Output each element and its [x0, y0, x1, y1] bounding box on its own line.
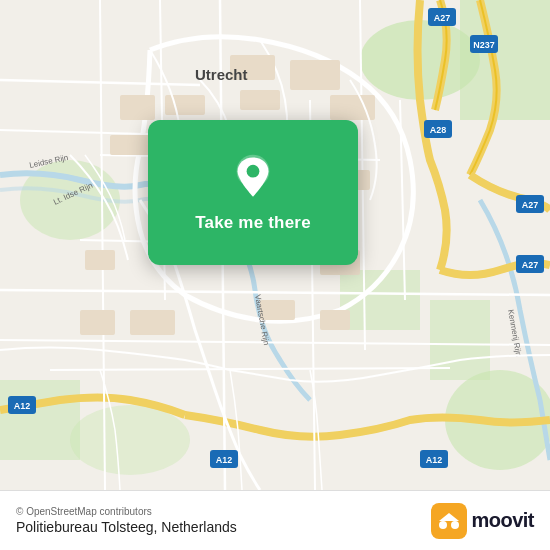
svg-text:Utrecht: Utrecht: [195, 66, 248, 83]
svg-text:A27: A27: [434, 13, 451, 23]
svg-rect-36: [320, 310, 350, 330]
svg-rect-34: [130, 310, 175, 335]
moovit-brand-text: moovit: [471, 509, 534, 532]
bottom-bar: © OpenStreetMap contributors Politiebure…: [0, 490, 550, 550]
svg-point-61: [247, 164, 260, 177]
svg-rect-2: [460, 0, 550, 120]
svg-rect-22: [120, 95, 155, 120]
moovit-icon: [431, 503, 467, 539]
svg-text:A12: A12: [426, 455, 443, 465]
svg-rect-7: [0, 380, 80, 460]
svg-text:A12: A12: [216, 455, 233, 465]
svg-text:A27: A27: [522, 200, 539, 210]
take-me-there-card[interactable]: Take me there: [148, 120, 358, 265]
osm-credit: © OpenStreetMap contributors: [16, 506, 237, 517]
svg-rect-26: [110, 135, 150, 155]
bottom-left-info: © OpenStreetMap contributors Politiebure…: [16, 506, 237, 535]
svg-text:A28: A28: [430, 125, 447, 135]
svg-rect-28: [240, 90, 280, 110]
svg-text:N237: N237: [473, 40, 495, 50]
svg-rect-25: [290, 60, 340, 90]
svg-rect-35: [80, 310, 115, 335]
map-container: A27 N237 A28 A27 A27 A12 A12 A12 Utrecht…: [0, 0, 550, 490]
svg-text:A27: A27: [522, 260, 539, 270]
location-pin-icon: [228, 153, 278, 203]
svg-rect-23: [165, 95, 205, 115]
svg-text:A12: A12: [14, 401, 31, 411]
svg-point-64: [451, 521, 459, 529]
svg-point-63: [439, 521, 447, 529]
take-me-there-label: Take me there: [195, 213, 311, 233]
location-name: Politiebureau Tolsteeg, Netherlands: [16, 519, 237, 535]
svg-point-8: [70, 405, 190, 475]
svg-rect-30: [85, 250, 115, 270]
moovit-logo: moovit: [431, 503, 534, 539]
